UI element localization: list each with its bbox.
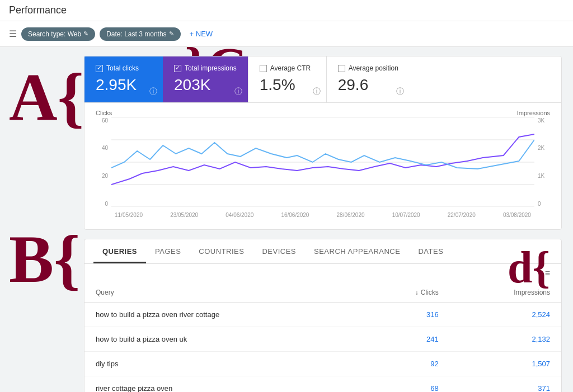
clicks-checkbox[interactable] xyxy=(96,65,103,72)
impressions-value: 203K xyxy=(174,75,237,95)
table-filter-header: ≡ xyxy=(84,264,561,283)
y-right-2k: 2K xyxy=(538,145,550,151)
table-filter-icon[interactable]: ≡ xyxy=(545,268,550,278)
chip-label: Date: Last 3 months xyxy=(106,30,166,38)
tab-devices[interactable]: DEVICES xyxy=(253,239,305,263)
y-left-40: 40 xyxy=(96,145,108,151)
queries-table: Query ↓Clicks Impressions how to build a… xyxy=(84,283,561,392)
main-content: A{ B{ }C Total clicks 2.95K ⓘ Total impr… xyxy=(0,47,573,392)
table-row[interactable]: how to build a pizza oven river cottage … xyxy=(84,302,561,327)
y-left-20: 20 xyxy=(96,173,108,179)
cell-clicks: 316 xyxy=(363,302,450,327)
filter-icon[interactable]: ☰ xyxy=(9,29,17,39)
ctr-label: Average CTR xyxy=(270,64,311,72)
y-right-1k: 1K xyxy=(538,173,550,179)
clicks-label: Total clicks xyxy=(106,64,139,72)
clicks-value: 2.95K xyxy=(96,75,152,95)
ctr-info-icon: ⓘ xyxy=(313,87,321,97)
cards-panel: Total clicks 2.95K ⓘ Total impressions 2… xyxy=(84,56,562,230)
y-right-0: 0 xyxy=(538,201,550,207)
deco-letter-a: A{ xyxy=(9,64,84,131)
cell-query: river cottage pizza oven xyxy=(84,376,363,392)
impressions-checkbox[interactable] xyxy=(174,65,181,72)
cell-impressions: 2,524 xyxy=(450,302,561,327)
cell-clicks: 241 xyxy=(363,327,450,351)
impressions-info-icon: ⓘ xyxy=(234,87,242,97)
impressions-label: Total impressions xyxy=(185,64,237,72)
tabs-panel: d{ QUERIES PAGES COUNTRIES DEVICES SEARC… xyxy=(84,239,562,392)
filter-chip-search-type[interactable]: Search type: Web ✎ xyxy=(21,27,95,41)
y-left-0: 0 xyxy=(96,201,108,207)
new-filter-button[interactable]: + NEW xyxy=(185,27,218,41)
cell-query: how to build a pizza oven river cottage xyxy=(84,302,363,327)
cell-clicks: 92 xyxy=(363,351,450,376)
tab-search-appearance[interactable]: SEARCH APPEARANCE xyxy=(305,239,409,263)
table-header-row: Query ↓Clicks Impressions xyxy=(84,283,561,303)
metric-header-impressions: Total impressions xyxy=(174,64,237,72)
y-left-60: 60 xyxy=(96,117,108,124)
ctr-value: 1.5% xyxy=(260,75,315,95)
tab-dates[interactable]: DATES xyxy=(409,239,452,263)
filter-chip-date[interactable]: Date: Last 3 months ✎ xyxy=(100,27,180,41)
position-label: Average position xyxy=(349,64,398,72)
sort-down-icon: ↓ xyxy=(415,289,419,296)
col-header-impressions: Impressions xyxy=(450,283,561,303)
tab-countries[interactable]: COUNTRIES xyxy=(190,239,253,263)
x-label-4: 28/06/2020 xyxy=(337,212,365,218)
table-row[interactable]: river cottage pizza oven 68 371 xyxy=(84,376,561,392)
cell-impressions: 2,132 xyxy=(450,327,561,351)
y-right-3k: 3K xyxy=(538,117,550,124)
col-header-query: Query xyxy=(84,283,363,303)
cell-query: diy tips xyxy=(84,351,363,376)
cell-query: how to build a pizza oven uk xyxy=(84,327,363,351)
chip-label: Search type: Web xyxy=(28,30,81,38)
deco-letter-b: B{ xyxy=(9,226,80,293)
table-row[interactable]: how to build a pizza oven uk 241 2,132 xyxy=(84,327,561,351)
ctr-checkbox[interactable] xyxy=(260,65,267,72)
cell-clicks: 68 xyxy=(363,376,450,392)
cell-impressions: 1,507 xyxy=(450,351,561,376)
metric-header-clicks: Total clicks xyxy=(96,64,152,72)
position-info-icon: ⓘ xyxy=(396,87,404,97)
x-label-2: 04/06/2020 xyxy=(226,212,253,218)
chart-svg xyxy=(111,117,534,207)
position-value: 29.6 xyxy=(338,75,398,95)
metric-header-position: Average position xyxy=(338,64,398,72)
x-label-5: 10/07/2020 xyxy=(392,212,420,218)
page-title: Performance xyxy=(0,0,573,21)
tab-pages[interactable]: PAGES xyxy=(146,239,190,263)
x-label-6: 22/07/2020 xyxy=(448,212,476,218)
chip-edit-icon: ✎ xyxy=(83,30,88,37)
position-checkbox[interactable] xyxy=(338,65,345,72)
x-label-7: 03/08/2020 xyxy=(503,212,531,218)
metric-card-clicks[interactable]: Total clicks 2.95K ⓘ xyxy=(84,56,163,102)
y-right-label: Impressions xyxy=(517,110,550,116)
col-header-clicks[interactable]: ↓Clicks xyxy=(363,283,450,303)
x-label-1: 23/05/2020 xyxy=(170,212,198,218)
chip-edit-icon: ✎ xyxy=(169,30,174,37)
filter-bar: ☰ Search type: Web ✎ Date: Last 3 months… xyxy=(0,21,573,47)
chart-area: Clicks Impressions 60 40 20 0 xyxy=(84,103,561,229)
clicks-info-icon: ⓘ xyxy=(149,87,157,97)
metric-card-ctr[interactable]: Average CTR 1.5% ⓘ xyxy=(248,56,326,102)
cell-impressions: 371 xyxy=(450,376,561,392)
x-label-3: 16/06/2020 xyxy=(281,212,309,218)
metric-card-position[interactable]: Average position 29.6 ⓘ xyxy=(326,56,410,102)
x-label-0: 11/05/2020 xyxy=(115,212,143,218)
tab-queries[interactable]: QUERIES xyxy=(93,239,146,263)
tabs-row: QUERIES PAGES COUNTRIES DEVICES SEARCH A… xyxy=(84,239,561,264)
metric-header-ctr: Average CTR xyxy=(260,64,315,72)
metric-card-impressions[interactable]: Total impressions 203K ⓘ xyxy=(163,56,248,102)
metrics-row: Total clicks 2.95K ⓘ Total impressions 2… xyxy=(84,56,561,103)
table-row[interactable]: diy tips 92 1,507 xyxy=(84,351,561,376)
y-left-label: Clicks xyxy=(96,110,112,116)
